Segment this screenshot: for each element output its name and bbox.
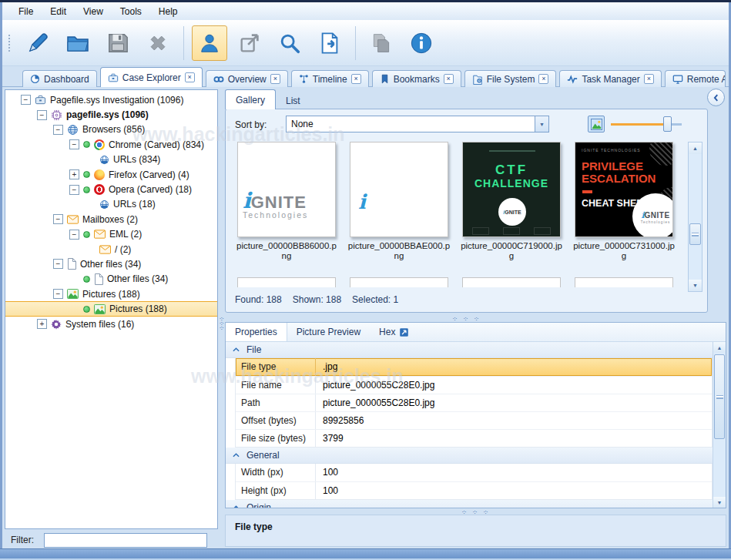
thumbnail-item[interactable]: i picture_00000BBAE000.png (343, 142, 455, 261)
horizontal-splitter[interactable]: ⁘ ⁘ ⁘ (225, 314, 708, 322)
tab-list[interactable]: List (276, 92, 310, 109)
scrollbar-thumb[interactable] (689, 223, 701, 245)
collapse-icon[interactable]: − (53, 289, 63, 299)
tab-task-manager[interactable]: Task Manager × (559, 70, 661, 87)
menu-file[interactable]: File (10, 4, 42, 19)
property-row[interactable]: Path picture_0000055C28E0.jpg (236, 394, 712, 411)
tree-item-other-files-child[interactable]: Other files (34) (5, 272, 217, 287)
export-report-button[interactable] (312, 25, 347, 61)
expand-icon[interactable]: + (37, 319, 47, 329)
thumbnail-item[interactable]: iGNITE Technologies picture_00000BB86000… (230, 142, 343, 261)
thumbnail-item[interactable]: IGNITE TECHNOLOGIES PRIVILEGE ESCALATION… (568, 142, 680, 261)
collapse-icon[interactable]: − (21, 95, 31, 105)
tree-item-chrome-urls[interactable]: URLs (834) (5, 153, 217, 167)
thumbnail-size-slider[interactable] (611, 116, 682, 132)
menu-edit[interactable]: Edit (42, 4, 75, 19)
info-button[interactable] (404, 25, 439, 61)
filter-input[interactable] (44, 533, 207, 548)
group-header-origin[interactable]: Origin (226, 500, 713, 508)
tab-properties[interactable]: Properties (226, 323, 287, 341)
vertical-splitter[interactable]: ⁘⁘⁘ (219, 317, 225, 355)
tab-timeline[interactable]: Timeline × (291, 70, 369, 87)
group-header-file[interactable]: File (226, 342, 713, 358)
copy-button[interactable] (364, 25, 399, 61)
thumbnail-size-button[interactable] (588, 116, 605, 132)
profile-button[interactable] (192, 25, 227, 61)
edit-case-button[interactable] (20, 25, 55, 61)
ignite-logo-badge: iGNITE Technologies (632, 193, 673, 237)
group-header-general[interactable]: General (226, 448, 713, 464)
tree-item-pictures[interactable]: − Pictures (188) (5, 287, 217, 301)
tab-dashboard[interactable]: Dashboard (22, 70, 97, 87)
tree-item-eml-root[interactable]: / (2) (5, 242, 217, 257)
tree-item-mailboxes[interactable]: − Mailboxes (2) (5, 212, 217, 226)
property-row[interactable]: File size (bytes) 3799 (236, 429, 712, 447)
close-tab-icon[interactable]: × (185, 72, 195, 82)
tree-item-system-files[interactable]: + System files (16) (5, 317, 217, 331)
close-tab-icon[interactable]: × (538, 74, 548, 84)
tree-item-opera[interactable]: − Opera (Carved) (18) (5, 182, 217, 196)
expand-icon[interactable]: + (69, 169, 79, 179)
thumbnail-image[interactable]: i (350, 142, 448, 237)
tab-gallery[interactable]: Gallery (225, 89, 276, 109)
slider-thumb[interactable] (663, 116, 672, 132)
menu-tools[interactable]: Tools (112, 4, 150, 19)
tree-item-other-files[interactable]: − Other files (34) (5, 257, 217, 271)
toolbar-grip[interactable] (8, 35, 11, 52)
popout-icon[interactable] (399, 327, 409, 337)
property-row[interactable]: Height (px) 100 (236, 481, 712, 499)
collapse-icon[interactable]: − (53, 214, 63, 224)
collapse-icon[interactable]: − (53, 259, 63, 269)
open-case-button[interactable] (60, 25, 96, 61)
close-tab-icon[interactable]: × (351, 74, 361, 84)
save-button[interactable] (100, 25, 136, 61)
scroll-up-icon[interactable]: ▲ (713, 342, 726, 353)
thumbnail-image[interactable]: IGNITE TECHNOLOGIES PRIVILEGE ESCALATION… (575, 142, 673, 237)
tree-item-firefox[interactable]: + Firefox (Carved) (4) (5, 167, 217, 182)
scroll-down-icon[interactable]: ▼ (713, 497, 726, 508)
scroll-up-icon[interactable]: ▲ (689, 143, 702, 154)
collapse-panel-button[interactable] (707, 89, 725, 106)
tab-case-explorer[interactable]: Case Explorer × (100, 67, 203, 87)
close-case-button[interactable] (140, 25, 176, 61)
collapse-icon[interactable]: − (37, 110, 47, 120)
tree-item-browsers[interactable]: − Browsers (856) (5, 122, 217, 137)
tree-item-opera-urls[interactable]: URLs (18) (5, 197, 217, 212)
property-row[interactable]: Offset (bytes) 89925856 (236, 411, 712, 429)
gallery-scrollbar[interactable]: ▲ ▼ (688, 142, 702, 292)
close-tab-icon[interactable]: × (270, 74, 280, 84)
close-tab-icon[interactable]: × (444, 74, 454, 84)
search-button[interactable] (272, 25, 307, 61)
collapse-icon[interactable]: − (69, 185, 79, 195)
scrollbar-thumb[interactable] (714, 354, 725, 439)
menu-view[interactable]: View (75, 4, 112, 19)
property-row[interactable]: File name picture_0000055C28E0.jpg (236, 376, 712, 394)
tab-overview[interactable]: Overview × (206, 70, 288, 87)
properties-scrollbar[interactable]: ▲ ▼ (713, 342, 726, 508)
collapse-icon[interactable]: − (69, 230, 79, 240)
menu-help[interactable]: Help (150, 4, 186, 19)
tree-item-pictures-child-selected[interactable]: Pictures (188) (5, 301, 217, 316)
tab-hex[interactable]: Hex (370, 323, 418, 341)
tree-item-eml[interactable]: − EML (2) (5, 227, 217, 242)
tab-bookmarks[interactable]: Bookmarks × (372, 70, 461, 87)
close-tab-icon[interactable]: × (644, 74, 654, 84)
tab-remote-acquisition[interactable]: Remote Acqu (665, 70, 726, 87)
tab-picture-preview[interactable]: Picture Preview (287, 323, 370, 341)
tree-item-chrome[interactable]: − Chrome (Carved) (834) (5, 137, 217, 152)
dropdown-arrow-icon[interactable]: ▼ (535, 116, 548, 132)
property-row[interactable]: File type .jpg (236, 358, 712, 376)
collapse-icon[interactable]: − (53, 125, 63, 135)
thumbnail-image[interactable]: iGNITE Technologies (237, 142, 336, 237)
horizontal-splitter[interactable]: ⁘ ⁘ ⁘ (225, 508, 726, 515)
tree-item-pagefile[interactable]: − pagefile.sys (1096) (5, 107, 217, 122)
tree-item-investigation[interactable]: − Pagefile.sys Investigation (1096) (5, 92, 217, 107)
thumbnail-image[interactable]: CTF CHALLENGE iGNITE (462, 142, 561, 237)
property-row[interactable]: Width (px) 100 (236, 464, 712, 481)
collapse-icon[interactable]: − (69, 139, 79, 149)
scroll-down-icon[interactable]: ▼ (689, 280, 702, 291)
thumbnail-item[interactable]: CTF CHALLENGE iGNITE picture_00000C71900… (455, 142, 568, 261)
tab-file-system[interactable]: File System × (464, 70, 557, 87)
sort-by-dropdown[interactable]: None ▼ (286, 116, 549, 132)
open-external-button[interactable] (232, 25, 267, 61)
